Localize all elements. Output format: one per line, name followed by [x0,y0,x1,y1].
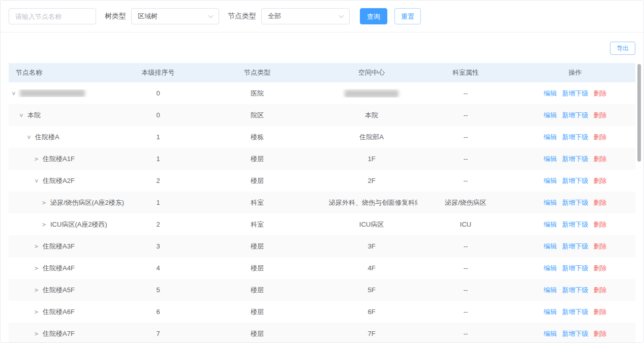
cell-space-center [326,89,417,97]
expand-arrow-icon[interactable]: > [34,330,39,337]
expand-arrow-icon[interactable]: > [34,287,39,294]
collapse-arrow-icon[interactable]: > [10,90,17,96]
tree-type-select[interactable]: 区域树 [131,8,219,24]
add-child-link[interactable]: 新增下级 [562,111,589,119]
table-row: >住院楼A7F7楼层7F--编辑新增下级删除 [9,323,635,343]
edit-link[interactable]: 编辑 [544,242,557,250]
table-row: >本院0院区本院--编辑新增下级删除 [9,104,635,126]
expand-arrow-icon[interactable]: > [41,199,47,206]
vertical-scrollbar-thumb[interactable] [637,64,641,162]
delete-link[interactable]: 删除 [594,330,607,337]
cell-node-name: >住院楼A6F [9,307,128,317]
edit-link[interactable]: 编辑 [544,221,557,228]
edit-link[interactable]: 编辑 [544,330,557,337]
node-name-text: 住院楼A1F [43,154,75,164]
add-child-link[interactable]: 新增下级 [562,177,589,184]
expand-arrow-icon[interactable]: > [34,308,39,316]
cell-node-type: 科室 [189,198,326,207]
edit-link[interactable]: 编辑 [544,155,557,163]
cell-node-name: >住院楼A5F [9,286,128,295]
chevron-down-icon [208,13,213,18]
chevron-down-icon [339,13,344,18]
node-name-input[interactable] [9,8,96,24]
add-child-link[interactable]: 新增下级 [562,242,589,250]
table-header: 节点名称本级排序号节点类型空间中心科室属性操作 [9,63,635,82]
add-child-link[interactable]: 新增下级 [562,155,589,163]
export-button[interactable]: 导出 [610,42,635,55]
table-row: >住院楼A1楼栋住院部A--编辑新增下级删除 [9,126,635,148]
edit-link[interactable]: 编辑 [544,264,557,272]
cell-operations: 编辑新增下级删除 [514,154,636,164]
delete-link[interactable]: 删除 [594,264,607,272]
cell-node-type: 楼层 [189,286,326,295]
delete-link[interactable]: 删除 [594,177,607,184]
node-type-select[interactable]: 全部 [261,8,350,24]
delete-link[interactable]: 删除 [594,286,607,294]
cell-node-type: 楼层 [189,176,326,185]
add-child-link[interactable]: 新增下级 [562,133,589,141]
cell-order: 2 [128,177,189,184]
cell-order: 3 [128,242,189,250]
cell-space-center: 1F [326,155,417,163]
node-management-page: 树类型 区域树 节点类型 全部 查询 重置 导出 节点名称本级排序号节点类型空间… [0,0,644,343]
cell-node-type: 科室 [189,220,326,229]
reset-button[interactable]: 重置 [394,8,421,24]
add-child-link[interactable]: 新增下级 [562,199,589,206]
cell-node-type: 楼层 [189,242,326,251]
collapse-arrow-icon[interactable]: > [25,134,33,140]
delete-link[interactable]: 删除 [594,111,607,119]
cell-node-type: 楼栋 [189,133,326,142]
cell-dept-attribute: -- [417,242,514,250]
delete-link[interactable]: 删除 [594,199,607,206]
cell-node-name: >住院楼A4F [9,264,128,273]
delete-link[interactable]: 删除 [594,308,607,316]
collapse-arrow-icon[interactable]: > [33,178,40,183]
edit-link[interactable]: 编辑 [544,199,557,206]
cell-space-center: 2F [326,177,417,184]
edit-link[interactable]: 编辑 [544,133,557,141]
cell-node-name: >住院楼A [9,133,128,142]
edit-link[interactable]: 编辑 [544,308,557,316]
expand-arrow-icon[interactable]: > [34,243,39,250]
cell-node-name: >住院楼A3F [9,242,128,251]
add-child-link[interactable]: 新增下级 [562,330,589,337]
delete-link[interactable]: 删除 [594,155,607,163]
column-header-3: 空间中心 [326,68,417,77]
cell-operations: 编辑新增下级删除 [514,198,636,207]
delete-link[interactable]: 删除 [594,242,607,250]
add-child-link[interactable]: 新增下级 [562,308,589,316]
edit-link[interactable]: 编辑 [544,177,557,184]
cell-dept-attribute: -- [417,89,514,97]
cell-node-name: >住院楼A1F [9,154,128,164]
cell-dept-attribute: -- [417,286,514,294]
search-button[interactable]: 查询 [360,8,387,24]
node-name-text: 住院楼A7F [43,329,75,338]
expand-arrow-icon[interactable]: > [34,265,39,272]
edit-link[interactable]: 编辑 [544,111,557,119]
cell-order: 1 [128,155,189,163]
cell-order: 0 [128,89,189,97]
expand-arrow-icon[interactable]: > [34,155,39,163]
cell-order: 7 [128,330,189,337]
expand-arrow-icon[interactable]: > [41,221,47,228]
cell-dept-attribute: -- [417,177,514,184]
add-child-link[interactable]: 新增下级 [562,286,589,294]
add-child-link[interactable]: 新增下级 [562,221,589,228]
delete-link[interactable]: 删除 [594,89,607,97]
edit-link[interactable]: 编辑 [544,89,557,97]
cell-space-center: 泌尿外科、烧伤与创面修复科病区 [326,198,417,207]
cell-space-center: 7F [326,330,417,337]
delete-link[interactable]: 删除 [594,221,607,228]
table-row: >住院楼A4F4楼层4F--编辑新增下级删除 [9,257,635,279]
collapse-arrow-icon[interactable]: > [18,112,25,118]
edit-link[interactable]: 编辑 [544,286,557,294]
tree-type-label: 树类型 [105,12,126,21]
cell-order: 1 [128,133,189,141]
add-child-link[interactable]: 新增下级 [562,89,589,97]
cell-node-name: >ICU病区(A座2楼西) [9,220,128,229]
cell-order: 0 [128,111,189,119]
delete-link[interactable]: 删除 [594,133,607,141]
cell-operations: 编辑新增下级删除 [514,307,636,317]
table-row: >住院楼A6F6楼层6F--编辑新增下级删除 [9,301,635,323]
add-child-link[interactable]: 新增下级 [562,264,589,272]
